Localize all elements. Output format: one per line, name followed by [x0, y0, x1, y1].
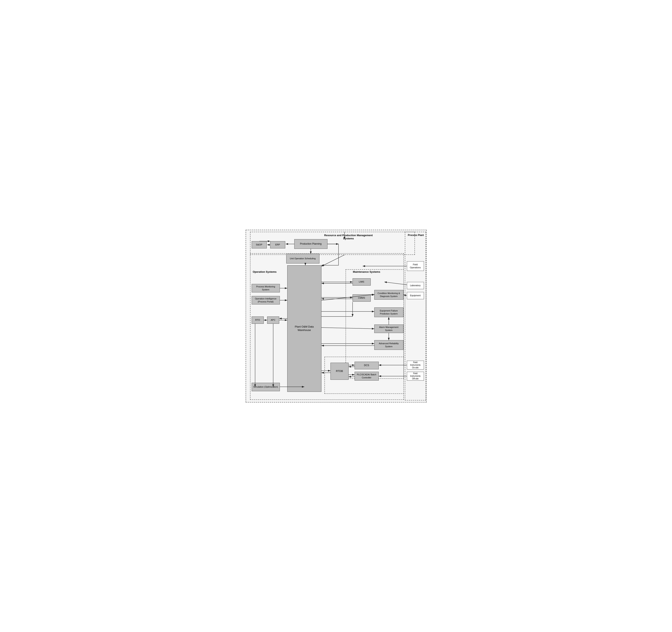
lims-box: LIMS — [353, 278, 371, 285]
plc-scada-box: PLC/SCADA/ Batch Controller — [355, 372, 379, 381]
field-instruments-offsite-box: Field Instruments Off-site — [407, 372, 424, 381]
saop-box: S&OP — [252, 241, 267, 248]
alarm-management-box: Alarm Management System — [374, 325, 404, 333]
process-monitoring-box: Process Monitoring System — [252, 284, 280, 293]
equipment-box: Equipment — [407, 292, 424, 299]
field-operations-box: Field Operations — [407, 261, 424, 271]
field-instruments-onsite-box: Field Instruments On-site — [407, 361, 424, 370]
rto-box: RTO — [252, 317, 264, 324]
process-plant-label: Process Plant — [407, 234, 425, 237]
equipment-failure-box: Equipment Failure Prediction System — [374, 307, 404, 317]
advanced-reliability-box: Advanced Reliability System — [374, 340, 404, 350]
rtdb-box: RTDB — [331, 363, 349, 380]
diagram-container: Resource and Production Management Syste… — [246, 230, 427, 402]
condition-monitoring-box: Condition Monitoring & Diagnosis System — [374, 290, 404, 300]
production-planning-box: Production Planning — [294, 239, 328, 249]
operation-systems-label: Operation Systems — [252, 270, 278, 274]
dcs-box: DCS — [355, 362, 379, 369]
simulation-box: Simulation (Optimization) — [252, 383, 280, 391]
cmms-box: CMMS — [353, 295, 371, 302]
resource-production-label: Resource and Production Management Syste… — [322, 234, 375, 241]
erp-box: ERP — [270, 241, 285, 248]
unit-operation-scheduling-box: Unit Operation Scheduling — [286, 254, 319, 263]
laboratory-box: Laboratory — [407, 282, 424, 289]
plant-odm-box: Plant O&M Data Warehouse — [287, 265, 321, 392]
operation-intelligence-box: Operation Intelligence (Process Portal) — [252, 296, 280, 304]
apc-box: APC — [267, 317, 279, 324]
